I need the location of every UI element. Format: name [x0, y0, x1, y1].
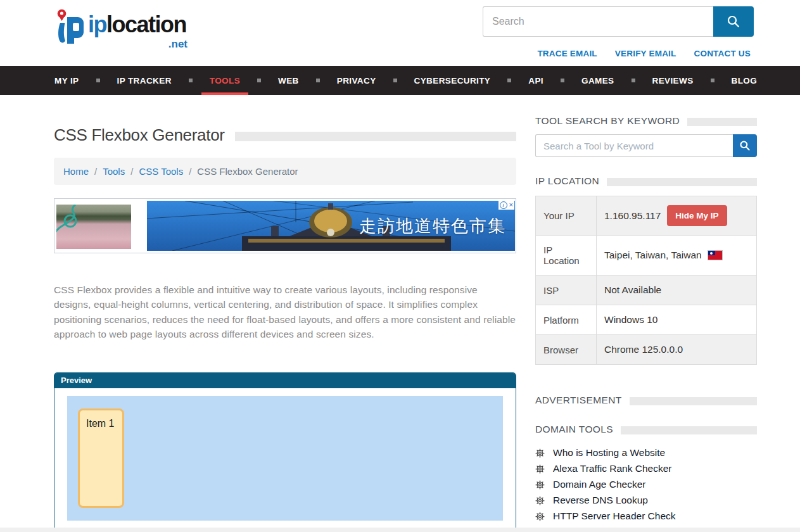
browser-value: Chrome 125.0.0.0	[597, 335, 757, 365]
trace-email-link[interactable]: TRACE EMAIL	[537, 49, 597, 58]
row-label: Browser	[536, 335, 597, 365]
tool-search-input[interactable]	[535, 134, 733, 157]
ad-close-icon[interactable]: ×	[509, 200, 513, 210]
nav-separator	[316, 79, 320, 82]
nav-item-cybersecurity[interactable]: CYBERSECURITY	[406, 66, 499, 95]
nav-separator	[96, 79, 100, 82]
ip-pin-logo-icon	[54, 8, 88, 49]
domain-tool-link[interactable]: Alexa Traffic Rank Checker	[535, 463, 757, 474]
domain-tool-label: HTTP Server Header Check	[553, 510, 676, 522]
tool-search-heading: TOOL SEARCH BY KEYWORD	[535, 115, 680, 127]
ad-caption: 走訪地道特色市集	[359, 215, 506, 238]
nav-item-my-ip[interactable]: MY IP	[46, 66, 87, 95]
breadcrumb-current: CSS Flexbox Generator	[197, 166, 298, 177]
domain-tool-link[interactable]: Reverse DNS Lookup	[535, 495, 757, 506]
search-icon	[727, 15, 740, 28]
content-area: CSS Flexbox Generator Home / Tools / CSS…	[54, 115, 757, 532]
tool-search-box	[535, 134, 757, 157]
breadcrumb-separator: /	[189, 166, 191, 177]
domain-tool-label: Alexa Traffic Rank Checker	[553, 463, 672, 474]
ad-route-graphic	[56, 205, 131, 249]
nav-item-reviews[interactable]: REVIEWS	[644, 66, 702, 95]
breadcrumb: Home / Tools / CSS Tools / CSS Flexbox G…	[54, 158, 516, 185]
table-row: Browser Chrome 125.0.0.0	[536, 335, 757, 365]
breadcrumb-separator: /	[130, 166, 133, 177]
ip-location-value: Taipei, Taiwan, Taiwan	[604, 250, 702, 260]
ip-location-table: Your IP 1.160.95.117 Hide My IP IP Locat…	[535, 196, 757, 365]
advertisement-heading: ADVERTISEMENT	[535, 395, 622, 406]
row-value-cell: 1.160.95.117 Hide My IP	[597, 196, 757, 236]
breadcrumb-home[interactable]: Home	[63, 166, 89, 177]
search-icon	[739, 140, 751, 151]
nav-item-blog[interactable]: BLOG	[723, 66, 766, 95]
page: iplocation .net TRACE EMAIL VERIFY EMAIL…	[0, 0, 800, 532]
ad-right-image[interactable]: 走訪地道特色市集	[147, 201, 515, 251]
header-search	[483, 6, 754, 37]
preview-panel: Preview Item 1	[54, 372, 516, 531]
nav-separator	[257, 79, 261, 82]
heading-decorative-bar	[607, 178, 757, 186]
title-row: CSS Flexbox Generator	[54, 125, 516, 145]
nav-item-privacy[interactable]: PRIVACY	[329, 66, 384, 95]
header-search-input[interactable]	[483, 6, 713, 37]
nav-separator	[632, 79, 635, 82]
main-nav: MY IP IP TRACKER TOOLS WEB PRIVACY CYBER…	[0, 66, 800, 95]
nav-item-tools[interactable]: TOOLS	[201, 66, 248, 95]
logo-text-net: .net	[168, 39, 187, 49]
flexbox-preview-item[interactable]: Item 1	[78, 408, 124, 508]
domain-tool-link[interactable]: Domain Age Checker	[535, 479, 757, 490]
row-value-cell: Taipei, Taiwan, Taiwan	[597, 236, 757, 276]
ad-corner-controls: i ×	[498, 200, 514, 210]
nav-item-web[interactable]: WEB	[270, 66, 307, 95]
ad-left-image[interactable]	[56, 205, 131, 249]
sidebar: TOOL SEARCH BY KEYWORD IP LOCATION	[535, 115, 757, 532]
ad-banner[interactable]: 走訪地道特色市集 i ×	[54, 198, 516, 253]
row-label: Platform	[536, 305, 597, 335]
header-links: TRACE EMAIL VERIFY EMAIL CONTACT US	[537, 49, 751, 58]
nav-item-ip-tracker[interactable]: IP TRACKER	[109, 66, 180, 95]
row-label: Your IP	[536, 196, 597, 236]
heading-decorative-bar	[621, 426, 757, 434]
verify-email-link[interactable]: VERIFY EMAIL	[615, 49, 676, 58]
domain-tools-heading-row: DOMAIN TOOLS	[535, 424, 757, 435]
breadcrumb-separator: /	[94, 166, 97, 177]
tool-search-heading-row: TOOL SEARCH BY KEYWORD	[535, 115, 757, 127]
nav-separator	[507, 79, 511, 82]
title-decorative-bar	[235, 132, 516, 141]
isp-value: Not Available	[597, 276, 757, 305]
logo-text-ip: ip	[88, 11, 106, 37]
nav-separator	[393, 79, 397, 82]
ip-location-heading: IP LOCATION	[535, 175, 599, 187]
domain-tool-link[interactable]: Who is Hosting a Website	[535, 447, 757, 459]
gear-icon	[535, 464, 545, 474]
ad-info-icon[interactable]: i	[500, 201, 507, 209]
preview-panel-header: Preview	[54, 373, 516, 388]
gear-icon	[535, 480, 545, 490]
advertisement-heading-row: ADVERTISEMENT	[535, 395, 757, 406]
domain-tool-link[interactable]: HTTP Server Header Check	[535, 510, 757, 522]
contact-us-link[interactable]: CONTACT US	[694, 49, 751, 58]
domain-tools-list: Who is Hosting a Website Alexa Traffic R…	[535, 447, 757, 532]
gear-icon	[535, 512, 545, 521]
site-header: iplocation .net TRACE EMAIL VERIFY EMAIL…	[0, 0, 800, 66]
site-logo[interactable]: iplocation .net	[54, 5, 186, 49]
gear-icon	[535, 496, 545, 505]
nav-separator	[561, 79, 564, 82]
ip-location-heading-row: IP LOCATION	[535, 175, 757, 187]
nav-item-api[interactable]: API	[520, 66, 552, 95]
gear-icon	[535, 448, 545, 458]
row-label: IP Location	[536, 236, 597, 276]
domain-tools-heading: DOMAIN TOOLS	[535, 424, 613, 435]
breadcrumb-tools[interactable]: Tools	[103, 166, 125, 177]
preview-panel-body: Item 1	[54, 388, 516, 530]
breadcrumb-css-tools[interactable]: CSS Tools	[139, 166, 183, 177]
nav-separator	[189, 79, 193, 82]
table-row: Platform Windows 10	[536, 305, 757, 335]
tool-search-button[interactable]	[733, 134, 757, 157]
platform-value: Windows 10	[597, 305, 757, 335]
hide-my-ip-button[interactable]: Hide My IP	[667, 205, 727, 226]
footer-strip	[0, 528, 800, 532]
header-search-button[interactable]	[713, 6, 754, 37]
domain-tool-label: Domain Age Checker	[553, 479, 645, 490]
nav-item-games[interactable]: GAMES	[573, 66, 623, 95]
